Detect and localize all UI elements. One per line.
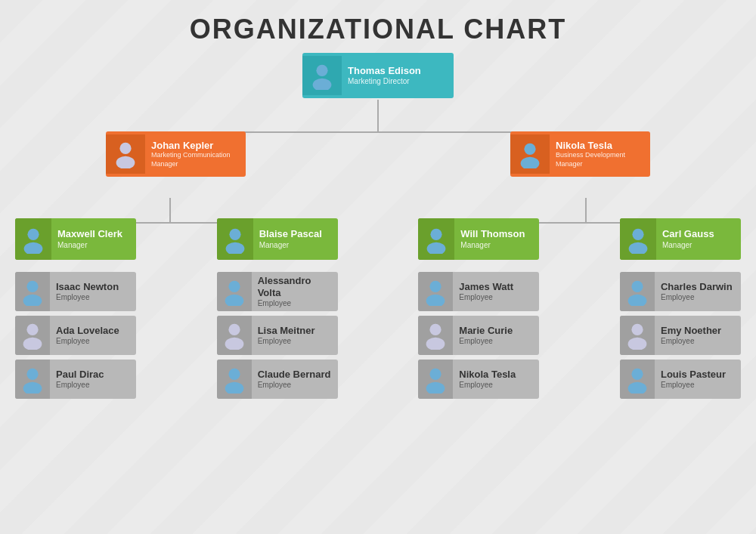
node-james-watt[interactable]: James Watt Employee: [418, 272, 539, 311]
role-johan-kepler: Marketing Communication Manager: [151, 151, 240, 168]
svg-point-40: [631, 281, 643, 292]
name-johan-kepler: Johan Kepler: [151, 140, 240, 152]
svg-point-51: [23, 382, 42, 394]
node-nikola-tesla-l2[interactable]: Nikola Tesla Business Development Manage…: [510, 131, 650, 177]
node-isaac-newton[interactable]: Isaac Newton Employee: [15, 272, 136, 311]
name-thomas-edison: Thomas Edison: [348, 65, 448, 77]
name-lisa-meitner: Lisa Meitner: [258, 325, 332, 337]
name-maxwell-clerk: Maxwell Clerk: [57, 228, 130, 240]
avatar-charles-darwin: [620, 272, 655, 311]
svg-point-28: [229, 228, 240, 239]
level4-row1: Isaac Newton Employee Alessandro Volta E…: [8, 272, 748, 311]
role-maxwell-clerk: Manager: [57, 240, 130, 250]
svg-point-56: [631, 369, 643, 380]
role-will-thomson: Manager: [460, 240, 533, 250]
svg-point-20: [316, 65, 327, 76]
avatar-blaise-pascal: [217, 218, 253, 260]
role-lisa-meitner: Employee: [258, 336, 332, 346]
svg-point-31: [427, 242, 446, 253]
name-nikola-tesla-l2: Nikola Tesla: [556, 140, 644, 152]
node-thomas-edison[interactable]: Thomas Edison Marketing Director: [302, 53, 454, 98]
role-paul-dirac: Employee: [56, 380, 130, 390]
name-emy-noether: Emy Noether: [661, 325, 735, 337]
svg-point-50: [26, 369, 38, 380]
svg-point-26: [27, 228, 39, 239]
role-james-watt: Employee: [459, 292, 533, 302]
avatar-johan-kepler: [106, 134, 145, 174]
svg-point-21: [313, 79, 332, 90]
svg-point-24: [524, 144, 535, 155]
avatar-emy-noether: [620, 316, 655, 355]
name-louis-pasteur: Louis Pasteur: [661, 369, 735, 381]
svg-point-47: [426, 338, 445, 350]
name-alessandro-volta: Alessandro Volta: [258, 275, 332, 298]
avatar-lisa-meitner: [217, 316, 252, 355]
svg-point-35: [23, 295, 42, 306]
avatar-isaac-newton: [15, 272, 50, 311]
name-carl-gauss: Carl Gauss: [662, 228, 735, 240]
level3-row: Maxwell Clerk Manager Blaise Pascal Mana…: [8, 218, 748, 260]
avatar-nikola-tesla-l4: [418, 360, 453, 399]
svg-point-37: [225, 295, 243, 306]
role-alessandro-volta: Employee: [258, 298, 332, 308]
name-charles-darwin: Charles Darwin: [661, 281, 735, 293]
node-ada-lovelace[interactable]: Ada Lovelace Employee: [15, 316, 136, 355]
name-isaac-newton: Isaac Newton: [56, 281, 130, 293]
avatar-louis-pasteur: [620, 360, 655, 399]
avatar-thomas-edison: [302, 56, 342, 95]
node-johan-kepler[interactable]: Johan Kepler Marketing Communication Man…: [106, 131, 246, 177]
name-claude-bernard: Claude Bernard: [258, 369, 332, 381]
node-carl-gauss[interactable]: Carl Gauss Manager: [620, 218, 741, 260]
svg-point-53: [225, 382, 243, 394]
svg-point-54: [430, 369, 442, 380]
avatar-james-watt: [418, 272, 453, 311]
avatar-carl-gauss: [620, 218, 656, 260]
node-emy-noether[interactable]: Emy Noether Employee: [620, 316, 741, 355]
svg-point-41: [628, 295, 647, 306]
svg-point-48: [631, 324, 643, 335]
svg-point-36: [228, 281, 240, 292]
avatar-marie-curie: [418, 316, 453, 355]
name-ada-lovelace: Ada Lovelace: [56, 325, 130, 337]
name-will-thomson: Will Thomson: [460, 228, 533, 240]
svg-point-33: [629, 242, 648, 253]
svg-point-30: [431, 228, 442, 239]
node-maxwell-clerk[interactable]: Maxwell Clerk Manager: [15, 218, 136, 260]
name-nikola-tesla-l4: Nikola Tesla: [459, 369, 533, 381]
svg-point-42: [26, 324, 38, 335]
level1-row: Thomas Edison Marketing Director: [8, 53, 748, 98]
name-marie-curie: Marie Curie: [459, 325, 533, 337]
level4-row3: Paul Dirac Employee Claude Bernard Emplo…: [8, 360, 748, 399]
node-louis-pasteur[interactable]: Louis Pasteur Employee: [620, 360, 741, 399]
node-alessandro-volta[interactable]: Alessandro Volta Employee: [217, 272, 338, 311]
node-marie-curie[interactable]: Marie Curie Employee: [418, 316, 539, 355]
avatar-ada-lovelace: [15, 316, 50, 355]
node-nikola-tesla-l4[interactable]: Nikola Tesla Employee: [418, 360, 539, 399]
svg-point-27: [24, 242, 43, 253]
role-nikola-tesla-l2: Business Development Manager: [556, 151, 644, 168]
svg-point-52: [228, 369, 240, 380]
node-lisa-meitner[interactable]: Lisa Meitner Employee: [217, 316, 338, 355]
svg-point-39: [426, 295, 445, 306]
role-isaac-newton: Employee: [56, 292, 130, 302]
avatar-maxwell-clerk: [15, 218, 51, 260]
role-marie-curie: Employee: [459, 336, 533, 346]
svg-point-32: [632, 228, 643, 239]
svg-point-25: [521, 157, 540, 168]
svg-point-55: [426, 382, 445, 394]
svg-point-44: [228, 324, 240, 335]
role-nikola-tesla-l4: Employee: [459, 380, 533, 390]
node-paul-dirac[interactable]: Paul Dirac Employee: [15, 360, 136, 399]
node-charles-darwin[interactable]: Charles Darwin Employee: [620, 272, 741, 311]
avatar-paul-dirac: [15, 360, 50, 399]
svg-point-43: [23, 338, 42, 350]
name-paul-dirac: Paul Dirac: [56, 369, 130, 381]
node-claude-bernard[interactable]: Claude Bernard Employee: [217, 360, 338, 399]
role-emy-noether: Employee: [661, 336, 735, 346]
svg-point-57: [628, 382, 647, 394]
role-charles-darwin: Employee: [661, 292, 735, 302]
svg-point-38: [430, 281, 442, 292]
node-blaise-pascal[interactable]: Blaise Pascal Manager: [217, 218, 338, 260]
node-will-thomson[interactable]: Will Thomson Manager: [418, 218, 539, 260]
role-claude-bernard: Employee: [258, 380, 332, 390]
